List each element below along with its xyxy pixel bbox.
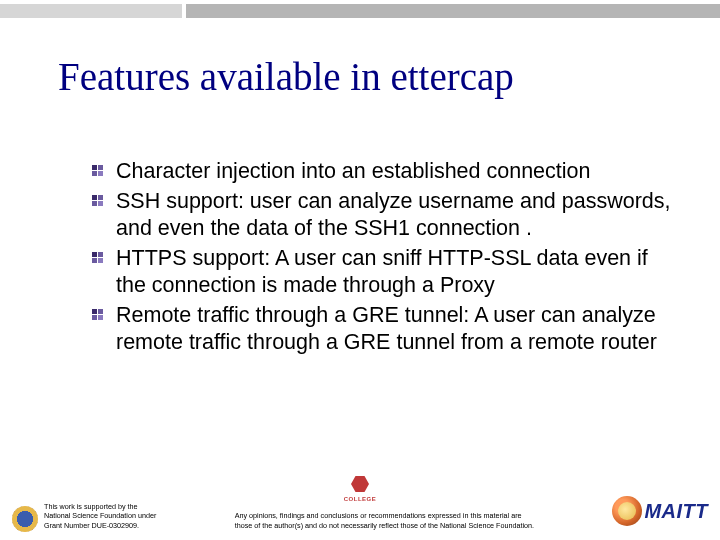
support-line: Grant Number DUE-0302909.	[44, 521, 139, 530]
support-line: This work is supported by the	[44, 502, 137, 511]
support-text: This work is supported by the National S…	[44, 502, 156, 530]
bullet-list: Character injection into an established …	[92, 158, 678, 357]
maitt-logo-text: MAITT	[644, 500, 708, 523]
footer: This work is supported by the National S…	[12, 478, 708, 532]
list-item: SSH support: user can analyze username a…	[92, 188, 678, 243]
disclaimer-line: those of the author(s) and do not necess…	[235, 521, 534, 530]
bullet-icon	[92, 252, 104, 264]
nsf-logo-icon	[12, 506, 38, 532]
list-item-text: SSH support: user can analyze username a…	[116, 189, 671, 241]
bullet-icon	[92, 309, 104, 321]
list-item: Remote traffic through a GRE tunnel: A u…	[92, 302, 678, 357]
top-decorative-bar	[0, 0, 720, 24]
disclaimer-text: Any opinions, findings and conclusions o…	[235, 511, 534, 530]
support-line: National Science Foundation under	[44, 511, 156, 520]
disclaimer-line: Any opinions, findings and conclusions o…	[235, 511, 522, 520]
content-area: Character injection into an established …	[92, 158, 678, 359]
maitt-logo: MAITT	[612, 496, 708, 526]
top-bar-segment-left	[0, 4, 182, 18]
slide-title: Features available in ettercap	[58, 56, 680, 99]
bullet-icon	[92, 165, 104, 177]
bullet-icon	[92, 195, 104, 207]
list-item: Character injection into an established …	[92, 158, 678, 186]
list-item-text: Remote traffic through a GRE tunnel: A u…	[116, 303, 657, 355]
footer-left: This work is supported by the National S…	[12, 502, 156, 532]
list-item-text: HTTPS support: A user can sniff HTTP-SSL…	[116, 246, 648, 298]
globe-icon	[612, 496, 642, 526]
title-area: Features available in ettercap	[58, 56, 680, 99]
list-item-text: Character injection into an established …	[116, 159, 591, 183]
slide: Features available in ettercap Character…	[0, 0, 720, 540]
top-bar-segment-right	[186, 4, 720, 18]
list-item: HTTPS support: A user can sniff HTTP-SSL…	[92, 245, 678, 300]
